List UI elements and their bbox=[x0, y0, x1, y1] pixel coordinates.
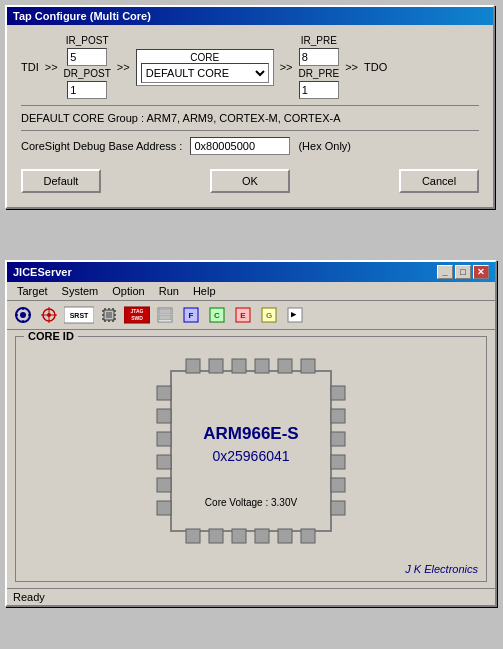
svg-rect-45 bbox=[232, 359, 246, 373]
chip-button[interactable] bbox=[97, 303, 121, 327]
svg-text:SWD: SWD bbox=[131, 315, 143, 321]
ir-post-input[interactable] bbox=[67, 48, 107, 66]
svg-rect-51 bbox=[232, 529, 246, 543]
jice-title: JICEServer bbox=[13, 266, 72, 278]
svg-rect-61 bbox=[331, 386, 345, 400]
menu-target[interactable]: Target bbox=[11, 283, 54, 299]
svg-rect-50 bbox=[209, 529, 223, 543]
arrow3: >> bbox=[278, 61, 295, 73]
ir-post-group: IR_POST DR_POST bbox=[64, 35, 111, 99]
tap-main-row: TDI >> IR_POST DR_POST >> CORE DEFAULT C… bbox=[21, 35, 479, 99]
svg-rect-66 bbox=[331, 501, 345, 515]
core-select[interactable]: DEFAULT CORE CORTEX-A CORTEX-M ARM9 ARM7 bbox=[141, 63, 269, 83]
dr-pre-input[interactable] bbox=[299, 81, 339, 99]
svg-text:Core Voltage : 3.30V: Core Voltage : 3.30V bbox=[205, 497, 298, 508]
tap-title-bar: Tap Configure (Multi Core) bbox=[7, 7, 493, 25]
close-button[interactable]: ✕ bbox=[473, 265, 489, 279]
ok-button[interactable]: OK bbox=[210, 169, 290, 193]
memory-button[interactable] bbox=[153, 303, 177, 327]
svg-text:▶: ▶ bbox=[291, 309, 297, 319]
svg-rect-44 bbox=[209, 359, 223, 373]
jtag-button[interactable]: JTAG SWD bbox=[123, 303, 151, 327]
addr-input[interactable] bbox=[190, 137, 290, 155]
jice-window: JICEServer _ □ ✕ Target System Option Ru… bbox=[5, 260, 497, 607]
core-id-panel: CORE ID bbox=[15, 336, 487, 582]
status-text: Ready bbox=[13, 591, 45, 603]
menu-run[interactable]: Run bbox=[153, 283, 185, 299]
minimize-button[interactable]: _ bbox=[437, 265, 453, 279]
dr-pre-label: DR_PRE bbox=[299, 68, 340, 79]
svg-point-1 bbox=[20, 312, 26, 318]
svg-rect-43 bbox=[186, 359, 200, 373]
svg-rect-56 bbox=[157, 409, 171, 423]
chip-area: ARM966E-S 0x25966041 Core Voltage : 3.30… bbox=[20, 341, 482, 561]
svg-text:G: G bbox=[266, 311, 272, 320]
svg-rect-49 bbox=[186, 529, 200, 543]
tap-body: TDI >> IR_POST DR_POST >> CORE DEFAULT C… bbox=[7, 25, 493, 207]
jice-title-bar: JICEServer _ □ ✕ bbox=[7, 262, 495, 282]
tdi-label: TDI bbox=[21, 61, 39, 73]
arrow4: >> bbox=[343, 61, 360, 73]
core-box-label: CORE bbox=[190, 52, 219, 63]
svg-rect-58 bbox=[157, 455, 171, 469]
svg-text:C: C bbox=[214, 311, 220, 320]
svg-text:E: E bbox=[240, 311, 246, 320]
addr-row: CoreSight Debug Base Address : (Hex Only… bbox=[21, 137, 479, 155]
svg-rect-53 bbox=[278, 529, 292, 543]
svg-rect-62 bbox=[331, 409, 345, 423]
menu-system[interactable]: System bbox=[56, 283, 105, 299]
svg-rect-48 bbox=[301, 359, 315, 373]
srst-button[interactable]: SRST bbox=[63, 303, 95, 327]
target-button[interactable] bbox=[11, 303, 35, 327]
svg-rect-64 bbox=[331, 455, 345, 469]
svg-rect-47 bbox=[278, 359, 292, 373]
core-box: CORE DEFAULT CORE CORTEX-A CORTEX-M ARM9… bbox=[136, 49, 274, 86]
dr-post-input[interactable] bbox=[67, 81, 107, 99]
ir-pre-group: IR_PRE DR_PRE bbox=[299, 35, 340, 99]
cancel-button[interactable]: Cancel bbox=[399, 169, 479, 193]
svg-rect-57 bbox=[157, 432, 171, 446]
tap-title: Tap Configure (Multi Core) bbox=[13, 10, 151, 22]
menu-help[interactable]: Help bbox=[187, 283, 222, 299]
tile3-button[interactable]: G bbox=[257, 303, 281, 327]
svg-rect-13 bbox=[106, 312, 112, 318]
tile1-button[interactable]: C bbox=[205, 303, 229, 327]
svg-rect-60 bbox=[157, 501, 171, 515]
svg-text:JTAG: JTAG bbox=[131, 308, 144, 314]
jice-menubar: Target System Option Run Help bbox=[7, 282, 495, 301]
maximize-button[interactable]: □ bbox=[455, 265, 471, 279]
svg-text:SRST: SRST bbox=[70, 312, 89, 319]
ir-post-label: IR_POST bbox=[66, 35, 109, 46]
console-button[interactable]: ▶ bbox=[283, 303, 307, 327]
svg-rect-52 bbox=[255, 529, 269, 543]
svg-rect-46 bbox=[255, 359, 269, 373]
tile2-button[interactable]: E bbox=[231, 303, 255, 327]
crosshair-button[interactable] bbox=[37, 303, 61, 327]
arrow1: >> bbox=[43, 61, 60, 73]
tdo-label: TDO bbox=[364, 61, 387, 73]
addr-label: CoreSight Debug Base Address : bbox=[21, 140, 182, 152]
svg-rect-63 bbox=[331, 432, 345, 446]
chip-diagram: ARM966E-S 0x25966041 Core Voltage : 3.30… bbox=[131, 351, 371, 551]
svg-rect-65 bbox=[331, 478, 345, 492]
menu-option[interactable]: Option bbox=[106, 283, 150, 299]
jice-statusbar: Ready bbox=[7, 588, 495, 605]
separator2 bbox=[21, 130, 479, 131]
dr-post-label: DR_POST bbox=[64, 68, 111, 79]
core-id-panel-label: CORE ID bbox=[24, 330, 78, 342]
addr-hint: (Hex Only) bbox=[298, 140, 351, 152]
jice-body: CORE ID bbox=[7, 330, 495, 588]
ir-pre-input[interactable] bbox=[299, 48, 339, 66]
title-buttons: _ □ ✕ bbox=[437, 265, 489, 279]
default-button[interactable]: Default bbox=[21, 169, 101, 193]
svg-rect-54 bbox=[301, 529, 315, 543]
svg-rect-30 bbox=[159, 309, 171, 314]
arrow2: >> bbox=[115, 61, 132, 73]
svg-rect-59 bbox=[157, 478, 171, 492]
flash-button[interactable]: F bbox=[179, 303, 203, 327]
svg-rect-55 bbox=[157, 386, 171, 400]
svg-rect-31 bbox=[159, 315, 171, 320]
jk-label: J K Electronics bbox=[20, 561, 482, 577]
svg-text:F: F bbox=[189, 311, 194, 320]
ir-pre-label: IR_PRE bbox=[301, 35, 337, 46]
